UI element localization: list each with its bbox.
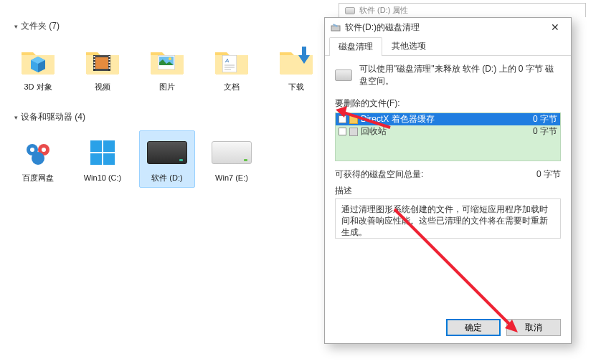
svg-point-26 <box>42 148 46 152</box>
item-label: 百度网盘 <box>22 173 54 183</box>
folder-documents[interactable]: A 文档 <box>204 39 260 97</box>
ok-button[interactable]: 确定 <box>446 319 501 336</box>
film-icon <box>93 55 110 71</box>
dialog-title: 软件(D:)的磁盘清理 <box>345 21 420 34</box>
doc-icon: A <box>222 55 237 72</box>
files-to-delete-label: 要删除的文件(F): <box>335 97 561 110</box>
svg-rect-13 <box>109 67 110 69</box>
item-label: 3D 对象 <box>24 82 52 92</box>
download-arrow-icon <box>297 47 311 65</box>
file-type-icon <box>349 128 358 136</box>
svg-rect-1 <box>95 57 108 69</box>
tab-cleanup[interactable]: 磁盘清理 <box>329 37 382 56</box>
cleanup-description: 可以使用"磁盘清理"来释放 软件 (D:) 上的 0 字节 磁盘空间。 <box>359 63 561 87</box>
drive-software-d[interactable]: 软件 (D:) <box>139 130 195 188</box>
tab-body: 可以使用"磁盘清理"来释放 软件 (D:) 上的 0 字节 磁盘空间。 要删除的… <box>325 56 571 343</box>
svg-rect-11 <box>109 62 110 63</box>
total-space-label: 可获得的磁盘空间总量: <box>335 168 423 181</box>
description-label: 描述 <box>335 185 561 197</box>
svg-rect-12 <box>109 64 110 66</box>
folder-videos[interactable]: 视频 <box>75 39 131 97</box>
close-button[interactable]: ✕ <box>545 21 565 33</box>
item-label: Win10 (C:) <box>84 173 122 183</box>
checkbox[interactable] <box>339 115 346 123</box>
svg-point-16 <box>169 57 171 60</box>
behind-title: 软件 (D:) 属性 <box>359 5 408 16</box>
svg-rect-4 <box>94 56 95 57</box>
folder-downloads[interactable]: 下载 <box>268 39 324 97</box>
item-label: Win7 (E:) <box>215 173 248 183</box>
svg-point-24 <box>32 152 44 165</box>
checkbox[interactable] <box>339 128 346 135</box>
svg-rect-27 <box>331 26 340 31</box>
file-type-icon <box>349 115 358 124</box>
cleanup-icon <box>331 22 341 32</box>
item-label: 软件 (D:) <box>151 173 182 183</box>
drive-baidu[interactable]: 百度网盘 <box>10 130 66 188</box>
properties-dialog-behind: 软件 (D:) 属性 <box>339 3 586 17</box>
folder-3d-objects[interactable]: 3D 对象 <box>10 39 66 97</box>
description-box: 通过清理图形系统创建的文件，可缩短应用程序加载时间和改善响应性能。这些已清理的文… <box>335 198 561 239</box>
file-name: 回收站 <box>361 125 520 138</box>
baidu-icon <box>22 137 54 168</box>
file-name: DirectX 着色器缓存 <box>361 113 520 125</box>
folder-pictures[interactable]: 图片 <box>139 39 195 97</box>
file-row-directx[interactable]: DirectX 着色器缓存 0 字节 <box>336 113 560 125</box>
file-size: 0 字节 <box>523 125 557 138</box>
dialog-buttons: 确定 取消 <box>335 310 561 336</box>
svg-text:A: A <box>224 57 229 64</box>
item-label: 下载 <box>288 82 304 92</box>
drive-win10-c[interactable]: Win10 (C:) <box>75 130 131 188</box>
drive-win7-e[interactable]: Win7 (E:) <box>204 130 260 188</box>
file-size: 0 字节 <box>523 113 557 125</box>
dialog-tabs: 磁盘清理 其他选项 <box>325 37 571 56</box>
cancel-button[interactable]: 取消 <box>506 319 561 336</box>
total-space-value: 0 字节 <box>536 168 561 181</box>
item-label: 文档 <box>224 82 240 92</box>
disk-cleanup-dialog: 软件(D:)的磁盘清理 ✕ 磁盘清理 其他选项 可以使用"磁盘清理"来释放 软件… <box>324 17 572 344</box>
item-label: 图片 <box>159 82 175 92</box>
tab-other-options[interactable]: 其他选项 <box>382 37 435 55</box>
drive-icon <box>147 141 187 164</box>
svg-rect-5 <box>94 59 95 60</box>
svg-rect-7 <box>94 64 95 66</box>
drive-icon <box>335 70 352 81</box>
windows-icon <box>90 140 115 165</box>
svg-point-25 <box>30 148 34 152</box>
file-row-recycle[interactable]: 回收站 0 字节 <box>336 125 560 138</box>
item-label: 视频 <box>95 82 110 92</box>
files-list[interactable]: DirectX 着色器缓存 0 字节 回收站 0 字节 <box>335 112 561 161</box>
svg-rect-6 <box>94 62 95 63</box>
drive-icon <box>212 141 252 164</box>
picture-icon <box>158 55 175 70</box>
svg-rect-9 <box>109 56 110 57</box>
cube-icon <box>29 55 47 74</box>
svg-rect-8 <box>94 67 95 69</box>
dialog-titlebar[interactable]: 软件(D:)的磁盘清理 ✕ <box>325 18 571 37</box>
drive-icon <box>345 7 355 14</box>
svg-rect-10 <box>109 59 110 60</box>
